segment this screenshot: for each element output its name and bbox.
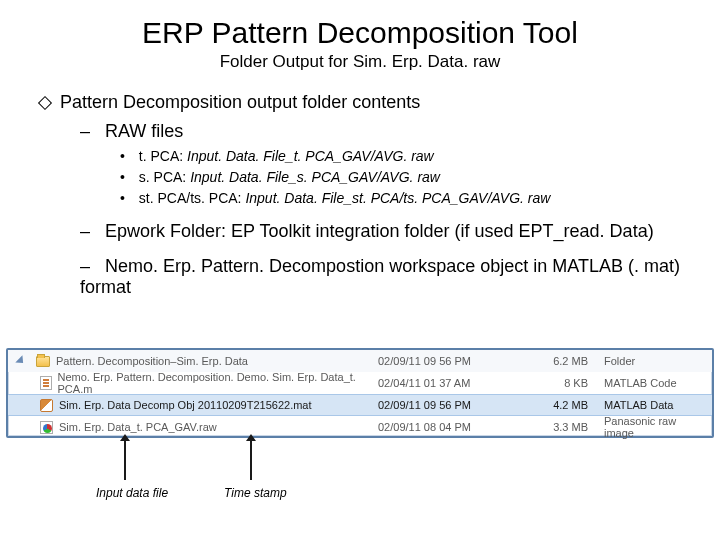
callout-input-file: Input data file [96, 486, 168, 500]
file-type: Panasonic raw image [588, 415, 704, 439]
callout-timestamp: Time stamp [224, 486, 287, 500]
tpca-label: t. PCA: [139, 148, 183, 164]
file-size: 6.2 MB [528, 355, 588, 367]
bullet-tpca: t. PCA: Input. Data. File_t. PCA_GAV/AVG… [120, 146, 680, 167]
bullet-nemo: Nemo. Erp. Pattern. Decompostion workspa… [80, 256, 680, 298]
file-date: 02/09/11 09 56 PM [378, 399, 528, 411]
bullet-epwork: Epwork Folder: EP Toolkit integration fo… [80, 221, 680, 242]
file-row[interactable]: Sim. Erp. Data_t. PCA_GAV.raw 02/09/11 0… [8, 416, 712, 438]
arrow-icon [250, 440, 252, 480]
file-name: Pattern. Decomposition–Sim. Erp. Data [56, 355, 248, 367]
section-heading: Pattern Decomposition output folder cont… [60, 92, 420, 113]
dash2-text: Epwork Folder: EP Toolkit integration fo… [105, 221, 654, 241]
slide-title: ERP Pattern Decomposition Tool [0, 16, 720, 50]
file-date: 02/09/11 08 04 PM [378, 421, 528, 433]
file-size: 3.3 MB [528, 421, 588, 433]
stpca-label: st. PCA/ts. PCA: [139, 190, 242, 206]
file-name: Nemo. Erp. Pattern. Decomposition. Demo.… [58, 371, 378, 395]
bullet-lvl1: Pattern Decomposition output folder cont… [40, 92, 680, 113]
file-row[interactable]: Nemo. Erp. Pattern. Decomposition. Demo.… [8, 372, 712, 394]
diamond-icon [38, 95, 52, 109]
file-row-selected[interactable]: Sim. Erp. Data Decomp Obj 20110209T21562… [8, 394, 712, 416]
file-date: 02/09/11 09 56 PM [378, 355, 528, 367]
folder-icon [36, 356, 50, 367]
dash3-text: Nemo. Erp. Pattern. Decompostion workspa… [80, 256, 680, 297]
arrow-icon [124, 440, 126, 480]
file-name: Sim. Erp. Data_t. PCA_GAV.raw [59, 421, 217, 433]
bullet-raw-files: RAW files [80, 121, 680, 142]
file-size: 4.2 MB [528, 399, 588, 411]
rawfile-icon [40, 421, 53, 434]
bullet-spca: s. PCA: Input. Data. File_s. PCA_GAV/AVG… [120, 167, 680, 188]
spca-label: s. PCA: [139, 169, 186, 185]
file-date: 02/04/11 01 37 AM [378, 377, 528, 389]
bullet-stpca: st. PCA/ts. PCA: Input. Data. File_st. P… [120, 188, 680, 209]
file-size: 8 KB [528, 377, 588, 389]
file-row[interactable]: Pattern. Decomposition–Sim. Erp. Data 02… [8, 350, 712, 372]
spca-value: Input. Data. File_s. PCA_GAV/AVG. raw [190, 169, 440, 185]
dash1-text: RAW files [105, 121, 183, 141]
file-type: Folder [588, 355, 704, 367]
file-type: MATLAB Data [588, 399, 704, 411]
file-type: MATLAB Code [588, 377, 704, 389]
matfile-icon [40, 399, 53, 412]
file-explorer-panel: Pattern. Decomposition–Sim. Erp. Data 02… [6, 348, 714, 438]
callout-arrows: Input data file Time stamp [0, 440, 720, 520]
mfile-icon [40, 376, 52, 390]
slide-subtitle: Folder Output for Sim. Erp. Data. raw [0, 52, 720, 72]
stpca-value: Input. Data. File_st. PCA/ts. PCA_GAV/AV… [245, 190, 550, 206]
tpca-value: Input. Data. File_t. PCA_GAV/AVG. raw [187, 148, 434, 164]
expand-icon[interactable] [15, 355, 26, 366]
file-name: Sim. Erp. Data Decomp Obj 20110209T21562… [59, 399, 312, 411]
